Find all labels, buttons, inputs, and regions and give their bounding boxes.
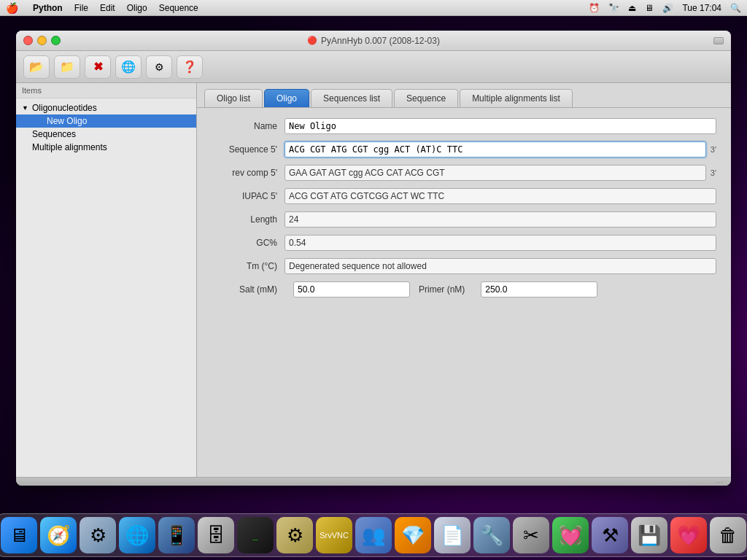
folder-btn[interactable]: 📁 [54, 55, 80, 79]
settings-btn[interactable]: ⚙ [146, 55, 172, 79]
salt-label: Salt (mM) [212, 284, 285, 295]
menubar: 🍎 Python File Edit Oligo Sequence ⏰ 🔭 ⏏ … [0, 0, 747, 16]
sidebar-header: Items [16, 83, 196, 98]
revcomp-3prime: 3' [711, 168, 716, 177]
window-title-text: PyAnnHyb 0.007 (2008-12-03) [321, 36, 440, 46]
gc-value: 0.54 [285, 235, 716, 251]
dock-scissors[interactable]: ✂ [513, 517, 549, 553]
gc-label: GC% [212, 238, 285, 248]
dock-gear[interactable]: ⚙ [276, 517, 313, 553]
sequence-label: Sequence 5' [212, 144, 285, 155]
sidebar-item-new-oligo[interactable]: New Oligo [16, 114, 196, 128]
resize-dots: ··· [716, 478, 724, 486]
name-row: Name [212, 118, 716, 134]
salt-primer-row: Salt (mM) Primer (nM) [212, 281, 716, 298]
dock-syspreq[interactable]: ⚙ [80, 517, 116, 553]
sequence-row: Sequence 5' 3' [212, 141, 716, 158]
app-window: 🔴 PyAnnHyb 0.007 (2008-12-03) 📂 📁 ✖ 🌐 ⚙ … [16, 31, 731, 486]
desktop: 🔴 PyAnnHyb 0.007 (2008-12-03) 📂 📁 ✖ 🌐 ⚙ … [0, 16, 747, 560]
resize-handle[interactable]: ··· [16, 477, 731, 486]
dock-safari[interactable]: 🧭 [40, 517, 77, 553]
tab-oligo[interactable]: Oligo [264, 89, 309, 107]
sidebar-item-label: Multiple alignments [32, 142, 107, 152]
sequence-input[interactable] [285, 141, 706, 158]
salt-input[interactable] [293, 281, 410, 298]
close-button[interactable] [23, 36, 33, 45]
dock-db[interactable]: 🗄 [198, 517, 234, 553]
tm-row: Tm (°C) Degenerated sequence not allowed [212, 258, 716, 274]
sidebar: Items ▼ Oligonucleotides New Oligo Seque… [16, 83, 197, 477]
dock-hd[interactable]: 💾 [631, 517, 667, 553]
menu-sequence[interactable]: Sequence [159, 3, 198, 13]
window-resize-btn[interactable] [713, 37, 724, 44]
tab-sequences-list[interactable]: Sequences list [311, 89, 392, 107]
sidebar-item-multiple-alignments[interactable]: Multiple alignments [16, 141, 196, 154]
minimize-button[interactable] [37, 36, 47, 45]
dock-trash[interactable]: 🗑 [710, 517, 746, 553]
help-btn[interactable]: ❓ [177, 55, 203, 79]
form-area: Name Sequence 5' 3' rev comp 5' GAA GAT … [197, 108, 731, 477]
maximize-button[interactable] [51, 36, 61, 45]
clock-icon: ⏰ [589, 3, 600, 13]
tm-value: Degenerated sequence not allowed [285, 258, 716, 274]
name-input[interactable] [285, 118, 716, 134]
menu-oligo[interactable]: Oligo [127, 3, 147, 13]
menu-python[interactable]: Python [33, 3, 63, 13]
tab-multiple-alignments-list[interactable]: Multiple alignments list [460, 89, 573, 107]
revcomp-label: rev comp 5' [212, 168, 285, 178]
tm-label: Tm (°C) [212, 261, 285, 271]
revcomp-row: rev comp 5' GAA GAT AGT cgg ACG CAT ACG … [212, 165, 716, 181]
binoculars-icon: 🔭 [608, 3, 619, 13]
revcomp-value: GAA GAT AGT cgg ACG CAT ACG CGT [285, 165, 706, 181]
apple-menu[interactable]: 🍎 [6, 2, 18, 14]
eject-icon: ⏏ [628, 3, 636, 13]
length-value: 24 [285, 211, 716, 228]
window-title: 🔴 PyAnnHyb 0.007 (2008-12-03) [307, 36, 440, 46]
sidebar-tree: ▼ Oligonucleotides New Oligo Sequences [16, 98, 196, 157]
menu-edit[interactable]: Edit [100, 3, 115, 13]
iupac-label: IUPAC 5' [212, 191, 285, 201]
dock-finder[interactable]: 🖥 [1, 517, 37, 553]
dock-heart[interactable]: 💗 [670, 517, 707, 553]
dock-container: 🖥 🧭 ⚙ 🌐 📱 🗄 _ ⚙ SrvVNC 👥 💎 📄 🔧 ✂ 💓 ⚒ 💾 💗… [0, 502, 747, 560]
length-row: Length 24 [212, 211, 716, 228]
dock-people[interactable]: 👥 [355, 517, 392, 553]
dock-apps[interactable]: 📱 [158, 517, 195, 553]
dock-heartrate[interactable]: 💓 [552, 517, 589, 553]
dock-terminal[interactable]: _ [237, 517, 274, 553]
dock-xcode[interactable]: ⚒ [592, 517, 628, 553]
tabs: Oligo list Oligo Sequences list Sequence… [197, 83, 731, 108]
dock-globe[interactable]: 🌐 [119, 517, 155, 553]
volume-icon: 🔊 [662, 3, 673, 13]
dock-server[interactable]: SrvVNC [316, 517, 352, 553]
globe-btn[interactable]: 🌐 [115, 55, 142, 79]
tab-sequence[interactable]: Sequence [394, 89, 458, 107]
delete-btn[interactable]: ✖ [85, 55, 111, 79]
primer-label: Primer (nM) [419, 284, 472, 295]
expand-arrow: ▼ [22, 104, 31, 112]
search-icon[interactable]: 🔍 [730, 3, 741, 13]
monitor-icon: 🖥 [645, 3, 654, 13]
dock: 🖥 🧭 ⚙ 🌐 📱 🗄 _ ⚙ SrvVNC 👥 💎 📄 🔧 ✂ 💓 ⚒ 💾 💗… [0, 513, 747, 557]
app-icon: 🔴 [307, 36, 317, 45]
iupac-row: IUPAC 5' ACG CGT ATG CGTCGG ACT WC TTC [212, 188, 716, 204]
open-folder-btn[interactable]: 📂 [23, 55, 50, 79]
sidebar-item-oligonucleotides[interactable]: ▼ Oligonucleotides [16, 101, 196, 114]
menu-file[interactable]: File [74, 3, 88, 13]
length-label: Length [212, 214, 285, 225]
tab-oligo-list[interactable]: Oligo list [204, 89, 263, 107]
gc-row: GC% 0.54 [212, 235, 716, 251]
dock-tools[interactable]: 🔧 [473, 517, 510, 553]
toolbar: 📂 📁 ✖ 🌐 ⚙ ❓ [16, 51, 731, 83]
dock-pages[interactable]: 📄 [434, 517, 471, 553]
sidebar-item-label: Oligonucleotides [32, 103, 97, 113]
traffic-lights [23, 36, 61, 45]
dock-grapher[interactable]: 💎 [395, 517, 431, 553]
main-content: Items ▼ Oligonucleotides New Oligo Seque… [16, 83, 731, 477]
titlebar: 🔴 PyAnnHyb 0.007 (2008-12-03) [16, 31, 731, 51]
sidebar-item-label: New Oligo [47, 116, 87, 126]
iupac-value: ACG CGT ATG CGTCGG ACT WC TTC [285, 188, 716, 204]
sidebar-item-sequences[interactable]: Sequences [16, 128, 196, 141]
primer-input[interactable] [481, 281, 597, 298]
name-label: Name [212, 121, 285, 131]
